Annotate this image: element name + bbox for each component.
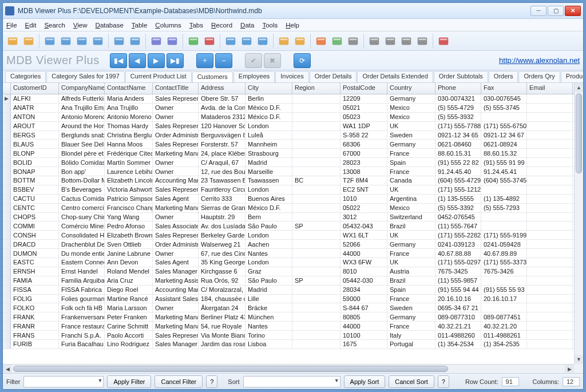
table-info-icon[interactable] <box>74 34 89 49</box>
cell[interactable] <box>292 340 340 349</box>
cell[interactable]: Consolidated Holdi <box>59 231 105 239</box>
table-row[interactable]: ANTONAntonio Moreno TaAntonio MorenoOwne… <box>3 113 574 122</box>
cell[interactable]: CACTU <box>11 195 59 203</box>
cell[interactable]: Nantes <box>246 249 292 258</box>
cell[interactable]: London <box>246 185 292 194</box>
cell[interactable] <box>292 204 340 212</box>
cell[interactable]: FAMIA <box>11 276 59 285</box>
cell[interactable] <box>527 303 573 312</box>
tab-product-sales-for-1997[interactable]: Product Sales for 1997 <box>561 71 583 82</box>
design-table-icon[interactable] <box>128 34 142 49</box>
cell[interactable]: Owner <box>153 104 199 112</box>
table-row[interactable]: COMMIComércio MineiroPedro AfonsoSales A… <box>3 221 574 231</box>
cancel-sort-button[interactable]: Cancel Sort <box>389 375 434 388</box>
cell[interactable]: 030-0076545 <box>481 94 527 103</box>
cell[interactable]: Antonio Moreno Ta <box>59 113 105 121</box>
cell[interactable] <box>292 322 340 330</box>
cell[interactable]: Forsterstr. 57 <box>199 140 246 148</box>
cell[interactable] <box>292 104 340 112</box>
cell[interactable]: FRANR <box>11 322 59 330</box>
cell[interactable]: ANATR <box>11 104 59 112</box>
cell[interactable]: COMMI <box>11 221 59 230</box>
cell[interactable]: Patricio Simpson <box>105 195 153 203</box>
open-icon[interactable] <box>5 34 20 49</box>
cell[interactable]: BOLID <box>11 158 59 167</box>
cell[interactable]: (5) 555-3745 <box>481 104 527 112</box>
table-row[interactable]: CHOPSChop-suey ChineseYang WangOwnerHaup… <box>3 213 574 222</box>
cell[interactable]: Nantes <box>246 322 292 330</box>
cell[interactable]: France <box>387 322 435 330</box>
cell[interactable]: ALFKI <box>11 94 59 103</box>
cell[interactable]: EC2 5NT <box>340 185 387 194</box>
cell[interactable]: (604) 555-3745 <box>481 176 527 185</box>
cell[interactable]: Ana Trujillo <box>105 104 153 112</box>
cell[interactable]: 3012 <box>340 213 387 221</box>
cell[interactable]: Elizabeth Lincoln <box>105 176 153 185</box>
cell[interactable]: 030-0074321 <box>435 94 481 103</box>
cell[interactable]: Hanna Moos <box>105 140 153 148</box>
table-row[interactable]: BSBEVB's BeveragesVictoria AshworthSales… <box>3 185 574 195</box>
cell[interactable]: 44000 <box>340 249 387 258</box>
cell[interactable]: Martine Rancé <box>105 295 153 303</box>
cell[interactable]: Graz <box>246 267 292 276</box>
menu-help[interactable]: Help <box>286 22 299 29</box>
last-record-button[interactable]: ▶▮ <box>167 53 184 68</box>
cell[interactable]: Lino Rodriguez <box>105 340 153 349</box>
cell[interactable] <box>292 158 340 167</box>
cell[interactable]: (11) 555-9857 <box>435 276 481 285</box>
cell[interactable]: C/ Moralzarzal, 86 <box>199 286 246 294</box>
cell[interactable]: CONSH <box>11 231 59 239</box>
cell[interactable]: Sales Manager <box>153 340 199 349</box>
cell[interactable] <box>527 149 573 157</box>
column-header-postalcode[interactable]: PostalCode <box>340 83 387 94</box>
tab-invoices[interactable]: Invoices <box>275 71 308 82</box>
cell[interactable]: Cerrito 333 <box>199 195 246 203</box>
cell[interactable]: CENTC <box>11 204 59 212</box>
backup-icon[interactable] <box>383 34 398 49</box>
cell[interactable]: Austria <box>387 267 435 276</box>
cell[interactable]: Antonio Moreno <box>105 113 153 121</box>
cell[interactable]: 23 Tsawassen Blvd <box>199 176 246 185</box>
repair-icon[interactable] <box>399 34 414 49</box>
cell[interactable]: France restauratio <box>59 322 105 330</box>
indexes-icon[interactable] <box>165 34 180 49</box>
cell[interactable]: São Paulo <box>246 276 292 285</box>
import-icon[interactable] <box>330 34 345 49</box>
table-row[interactable]: FURIBFuria Bacalhau e FLino RodriguezSal… <box>3 340 574 349</box>
cell[interactable]: Comércio Mineiro <box>59 221 105 230</box>
sort-input[interactable] <box>243 376 340 387</box>
vscroll-thumb[interactable] <box>576 93 582 173</box>
cell[interactable] <box>527 213 573 221</box>
cell[interactable]: Du monde entier <box>59 249 105 258</box>
cancel-filter-button[interactable]: Cancel Filter <box>155 375 203 388</box>
cell[interactable]: Marketing Manage <box>153 204 199 212</box>
cell[interactable]: 40.32.21.20 <box>481 322 527 330</box>
table-row[interactable]: DUMONDu monde entierJanine LabruneOwner6… <box>3 249 574 258</box>
cell[interactable]: BC <box>292 176 340 185</box>
cell[interactable]: 05021 <box>340 104 387 112</box>
cell[interactable] <box>527 295 573 303</box>
menu-search[interactable]: Search <box>44 22 65 29</box>
cell[interactable]: (171) 555-9199 <box>481 231 527 239</box>
cell[interactable]: Folk och fä HB <box>59 303 105 312</box>
cell[interactable]: 05023 <box>340 113 387 121</box>
column-header-contacttitle[interactable]: ContactTitle <box>153 83 199 94</box>
cell[interactable]: Switzerland <box>387 213 435 221</box>
cell[interactable] <box>527 122 573 130</box>
cell[interactable]: Ann Devon <box>105 258 153 267</box>
cell[interactable]: 20.16.10.16 <box>435 295 481 303</box>
cell[interactable]: Marketing Manage <box>153 149 199 157</box>
cell[interactable]: Marketing Manage <box>153 312 199 321</box>
cell[interactable]: Portugal <box>387 340 435 349</box>
cell[interactable]: Folies gourmandes <box>59 295 105 303</box>
cell[interactable] <box>292 303 340 312</box>
cell[interactable]: Roland Mendel <box>105 267 153 276</box>
cell[interactable] <box>292 167 340 176</box>
cell[interactable]: Owner <box>153 167 199 176</box>
cell[interactable]: AROUT <box>11 122 59 130</box>
cell[interactable]: 24, place Kléber <box>199 149 246 157</box>
cell[interactable]: ERNSH <box>11 267 59 276</box>
cell[interactable] <box>292 258 340 267</box>
cell[interactable]: 0621-08460 <box>435 140 481 148</box>
cell[interactable]: 0452-076545 <box>435 213 481 221</box>
